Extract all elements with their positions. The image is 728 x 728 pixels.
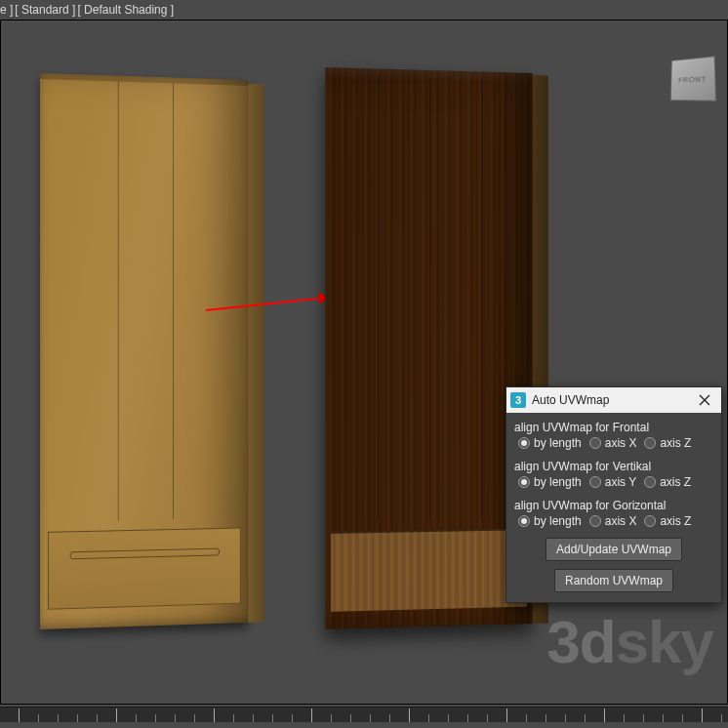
timeline-tick [311,708,312,722]
timeline-tick [506,708,507,722]
group-frontal-label: align UVWmap for Frontal [514,421,713,434]
timeline-tick [272,714,273,722]
timeline-tick [721,714,722,722]
timeline-tick [370,714,371,722]
timeline-tick [116,708,117,722]
timeline-tick [624,714,625,722]
timeline-tick [38,714,39,722]
viewport-name-fragment: e ] [0,3,13,17]
viewport-label: e ] [ Standard ] [ Default Shading ] [0,0,174,20]
radio-vertikal-z[interactable]: axis Z [644,475,691,489]
timeline-tick [292,714,293,722]
viewport-mode[interactable]: [ Standard ] [15,3,75,17]
timeline-tick [643,714,644,722]
timeline-tick [604,708,605,722]
model-wardrobe-textured[interactable] [325,67,533,629]
timeline-tick [136,714,137,722]
timeline-tick [487,714,488,722]
close-icon[interactable] [694,390,715,410]
timeline-tick [175,714,176,722]
timeline-tick [565,714,566,722]
watermark: 3dsky [546,607,713,676]
watermark-text: sky [616,608,713,675]
radio-gorizontal-z[interactable]: axis Z [644,514,691,528]
add-update-uvwmap-button[interactable]: Add/Update UVWmap [546,538,682,561]
timeline-tick [214,708,215,722]
timeline[interactable] [0,707,728,722]
timeline-tick [409,708,410,722]
viewport-shading[interactable]: [ Default Shading ] [77,3,174,17]
group-gorizontal: align UVWmap for Gorizontal by length ax… [514,499,713,530]
model-wardrobe-untextured[interactable] [40,73,248,629]
timeline-tick [585,714,586,722]
timeline-tick [389,714,390,722]
radio-gorizontal-x[interactable]: axis X [589,514,637,528]
group-vertikal-label: align UVWmap for Vertikal [514,460,713,473]
viewcube-face-label: FRONT [678,74,707,84]
timeline-tick [155,714,156,722]
timeline-tick [448,714,449,722]
app-icon: 3 [510,392,526,408]
auto-uvwmap-dialog: 3 Auto UVWmap align UVWmap for Frontal b… [506,386,722,603]
viewcube[interactable]: FRONT [670,56,716,101]
radio-vertikal-y[interactable]: axis Y [589,475,636,489]
timeline-tick [663,714,664,722]
random-uvwmap-button[interactable]: Random UVWmap [554,569,673,592]
timeline-tick [467,714,468,722]
timeline-tick [546,714,546,722]
group-gorizontal-label: align UVWmap for Gorizontal [514,499,713,512]
radio-frontal-length[interactable]: by length [518,436,582,450]
timeline-tick [194,714,195,722]
dialog-titlebar[interactable]: 3 Auto UVWmap [506,387,721,413]
timeline-tick [77,714,78,722]
group-vertikal: align UVWmap for Vertikal by length axis… [514,460,713,491]
timeline-tick [97,714,98,722]
timeline-tick [428,714,429,722]
timeline-tick [331,714,332,722]
timeline-tick [58,714,59,722]
timeline-tick [702,708,703,722]
radio-vertikal-length[interactable]: by length [518,475,582,489]
dialog-title: Auto UVWmap [532,393,609,407]
timeline-tick [19,708,20,722]
radio-gorizontal-length[interactable]: by length [518,514,582,528]
radio-frontal-z[interactable]: axis Z [644,436,691,450]
timeline-tick [253,714,254,722]
timeline-tick [682,714,683,722]
group-frontal: align UVWmap for Frontal by length axis … [514,421,713,452]
timeline-tick [526,714,527,722]
timeline-tick [233,714,234,722]
timeline-tick [350,714,351,722]
radio-frontal-x[interactable]: axis X [589,436,637,450]
